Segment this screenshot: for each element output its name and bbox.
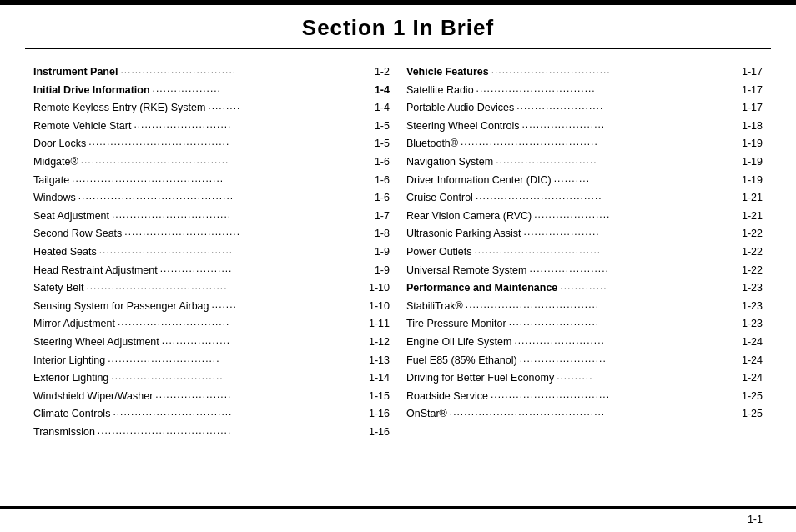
toc-entry: Mirror Adjustment.......................… (33, 316, 390, 333)
toc-label: Performance and Maintenance (406, 280, 557, 296)
toc-page: 1-17 (742, 64, 763, 80)
toc-label: Transmission (33, 424, 95, 440)
toc-dots: ....................................... (88, 134, 372, 151)
toc-label: Safety Belt (33, 280, 83, 296)
toc-dots: ............................... (108, 351, 366, 368)
toc-label: Bluetooth® (406, 136, 458, 152)
toc-entry: Navigation System.......................… (406, 154, 763, 171)
top-bar (0, 0, 796, 5)
toc-label: Engine Oil Life System (406, 334, 511, 350)
toc-dots: ......................... (514, 333, 739, 349)
toc-dots: ................... (153, 81, 372, 98)
toc-dots: ........................... (134, 117, 372, 133)
toc-entry: Satellite Radio.........................… (406, 83, 763, 99)
toc-dots: ................................. (491, 63, 739, 79)
toc-label: Navigation System (406, 154, 493, 170)
toc-page: 1-18 (742, 118, 763, 134)
toc-entry: Head Restraint Adjustment...............… (33, 263, 390, 279)
toc-label: Cruise Control (406, 190, 473, 206)
toc-label: StabiliTrak® (406, 299, 463, 314)
toc-entry: Midgate®................................… (33, 154, 390, 171)
toc-label: Mirror Adjustment (33, 316, 115, 332)
toc-entry: Driving for Better Fuel Economy.........… (406, 370, 763, 387)
toc-dots: ................................ (124, 224, 372, 241)
toc-dots: ....................... (521, 117, 738, 133)
toc-page: 1-4 (375, 83, 390, 98)
toc-dots: ...................................... (461, 134, 739, 151)
toc-page: 1-16 (369, 406, 390, 422)
toc-entry: Tire Pressure Monitor...................… (406, 316, 763, 333)
toc-dots: ........................................… (450, 404, 739, 421)
toc-label: Fuel E85 (85% Ethanol) (406, 353, 517, 369)
toc-page: 1-23 (742, 280, 763, 296)
toc-entry: Windshield Wiper/Washer.................… (33, 389, 390, 405)
toc-dots: ..................... (534, 207, 739, 223)
toc-label: Power Outlets (406, 244, 472, 260)
toc-entry: Bluetooth®..............................… (406, 136, 763, 153)
toc-entry: Universal Remote System.................… (406, 263, 763, 279)
toc-label: Door Locks (33, 136, 86, 152)
toc-page: 1-19 (742, 136, 763, 152)
toc-page: 1-24 (742, 334, 763, 350)
toc-page: 1-10 (369, 299, 390, 314)
toc-dots: ................... (162, 333, 366, 349)
toc-entry: Climate Controls........................… (33, 406, 390, 423)
toc-entry: Cruise Control..........................… (406, 190, 763, 207)
toc-label: Windshield Wiper/Washer (33, 389, 153, 404)
toc-page: 1-17 (742, 83, 763, 98)
toc-entry: Driver Information Center (DIC).........… (406, 173, 763, 189)
toc-page: 1-4 (375, 100, 390, 116)
toc-entry: Transmission............................… (33, 424, 390, 441)
toc-label: Driving for Better Fuel Economy (406, 370, 554, 386)
toc-dots: ......... (208, 98, 372, 115)
toc-label: Instrument Panel (33, 64, 118, 80)
toc-dots: ............................... (118, 314, 366, 331)
toc-label: Steering Wheel Controls (406, 118, 519, 134)
toc-page: 1-9 (375, 244, 390, 260)
toc-entry: Exterior Lighting.......................… (33, 370, 390, 387)
content-area: Instrument Panel........................… (0, 49, 796, 450)
toc-label: Climate Controls (33, 406, 110, 422)
bottom-bar (0, 506, 796, 509)
toc-entry: Heated Seats............................… (33, 244, 390, 261)
toc-label: Portable Audio Devices (406, 100, 514, 116)
toc-entry: Power Outlets...........................… (406, 244, 763, 261)
page-number: 1-1 (748, 514, 763, 525)
toc-page: 1-14 (369, 370, 390, 386)
toc-entry: StabiliTrak®............................… (406, 299, 763, 315)
toc-label: Head Restraint Adjustment (33, 263, 158, 279)
toc-label: Midgate® (33, 154, 78, 170)
toc-entry: Windows.................................… (33, 190, 390, 207)
toc-entry: Ultrasonic Parking Assist...............… (406, 226, 763, 243)
toc-dots: ................................. (113, 404, 366, 421)
toc-label: Heated Seats (33, 244, 97, 260)
left-column: Instrument Panel........................… (33, 64, 390, 442)
toc-page: 1-24 (742, 370, 763, 386)
toc-entry: Tailgate................................… (33, 173, 390, 189)
toc-label: Ultrasonic Parking Assist (406, 226, 521, 242)
toc-dots: ........................................… (72, 171, 372, 188)
toc-dots: ............. (560, 279, 739, 295)
toc-page: 1-16 (369, 424, 390, 440)
toc-dots: ...................... (530, 261, 739, 278)
toc-entry: Safety Belt.............................… (33, 280, 390, 297)
toc-page: 1-10 (369, 280, 390, 296)
toc-page: 1-21 (742, 190, 763, 206)
toc-page: 1-21 (742, 208, 763, 224)
toc-page: 1-5 (375, 136, 390, 152)
toc-page: 1-7 (375, 208, 390, 224)
toc-entry: Second Row Seats........................… (33, 226, 390, 243)
toc-entry: Sensing System for Passenger Airbag.....… (33, 299, 390, 315)
toc-page: 1-25 (742, 389, 763, 404)
toc-label: Rear Vision Camera (RVC) (406, 208, 532, 224)
toc-dots: ........................................… (81, 153, 372, 169)
toc-dots: ................................... (475, 243, 739, 259)
toc-label: Remote Vehicle Start (33, 118, 131, 134)
toc-entry: Fuel E85 (85% Ethanol)..................… (406, 353, 763, 369)
toc-entry: Instrument Panel........................… (33, 64, 390, 81)
toc-label: Steering Wheel Adjustment (33, 334, 159, 350)
toc-dots: ............................ (496, 153, 739, 169)
toc-dots: ........................ (516, 98, 739, 115)
toc-dots: ....................................... (86, 279, 366, 295)
toc-dots: ....... (212, 297, 366, 314)
